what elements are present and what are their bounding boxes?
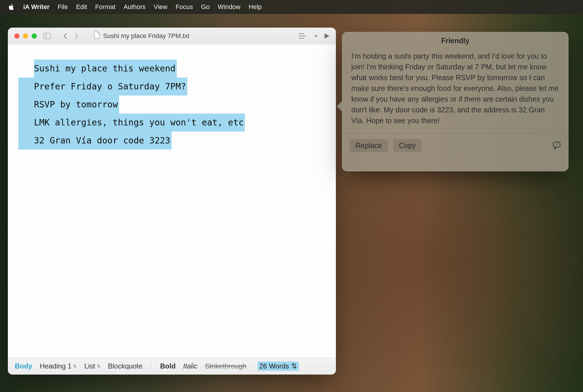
- word-count-label: 26 Words: [259, 362, 289, 370]
- menubar-file[interactable]: File: [57, 3, 68, 11]
- macos-menubar: iA Writer File Edit Format Authors View …: [0, 0, 583, 14]
- window-close-button[interactable]: [14, 33, 19, 39]
- format-strikethrough-button[interactable]: Strikethrough: [205, 362, 246, 370]
- word-count-button[interactable]: 26 Words ⇅: [258, 362, 299, 371]
- document-line: LMK allergies, things you won't eat, etc: [18, 114, 245, 132]
- updown-icon: ⇅: [291, 362, 297, 370]
- format-heading-label: Heading 1: [40, 362, 71, 370]
- popover-pointer: [337, 100, 343, 112]
- menubar-focus[interactable]: Focus: [176, 3, 193, 11]
- editor-window: Sushi my place Friday 7PM.txt ▼ Sushi my…: [8, 28, 336, 375]
- chevron-down-icon[interactable]: ▼: [314, 34, 318, 38]
- replace-button[interactable]: Replace: [350, 139, 388, 152]
- menubar-go[interactable]: Go: [201, 3, 210, 11]
- popover-body-text: I'm hosting a sushi party this weekend, …: [342, 48, 568, 126]
- document-line: RSVP by tomorrow: [18, 96, 119, 114]
- format-italic-button[interactable]: Italic: [183, 362, 197, 370]
- menubar-help[interactable]: Help: [249, 3, 262, 11]
- window-titlebar[interactable]: Sushi my place Friday 7PM.txt ▼: [8, 28, 336, 45]
- format-list-label: List: [84, 362, 95, 370]
- apple-menu-icon[interactable]: [8, 3, 15, 10]
- outline-icon[interactable]: [299, 33, 307, 39]
- svg-marker-5: [325, 33, 329, 39]
- format-list-select[interactable]: List ⇅: [84, 362, 100, 370]
- editor-status-bar: Body Heading 1 ⇅ List ⇅ Blockquote Bold …: [8, 357, 336, 375]
- document-line: Prefer Friday o Saturday 7PM?: [18, 78, 187, 96]
- feedback-icon[interactable]: [552, 141, 561, 151]
- document-filename: Sushi my place Friday 7PM.txt: [103, 32, 189, 40]
- format-bold-button[interactable]: Bold: [160, 362, 176, 370]
- menubar-format[interactable]: Format: [95, 3, 116, 11]
- updown-icon: ⇅: [73, 364, 77, 368]
- nav-forward-icon[interactable]: [74, 33, 79, 39]
- copy-button[interactable]: Copy: [393, 139, 422, 152]
- editor-text-area[interactable]: Sushi my place this weekend Prefer Frida…: [8, 44, 336, 358]
- svg-point-7: [556, 144, 557, 145]
- sidebar-toggle-icon[interactable]: [43, 33, 51, 39]
- format-heading-select[interactable]: Heading 1 ⇅: [40, 362, 77, 370]
- window-minimize-button[interactable]: [23, 33, 28, 39]
- window-zoom-button[interactable]: [32, 33, 37, 39]
- updown-icon: ⇅: [97, 364, 100, 368]
- menubar-app-name[interactable]: iA Writer: [23, 3, 49, 11]
- format-blockquote-button[interactable]: Blockquote: [108, 362, 143, 370]
- menubar-window[interactable]: Window: [218, 3, 240, 11]
- nav-back-icon[interactable]: [63, 33, 68, 39]
- document-line: Sushi my place this weekend: [34, 60, 177, 78]
- status-divider: [151, 361, 152, 371]
- menubar-edit[interactable]: Edit: [76, 3, 87, 11]
- assistant-popover: Friendly I'm hosting a sushi party this …: [342, 32, 568, 171]
- document-line: 32 Gran Vía door code 3223: [18, 132, 172, 150]
- menubar-view[interactable]: View: [154, 3, 167, 11]
- popover-title: Friendly: [342, 32, 568, 48]
- document-icon: [94, 31, 100, 41]
- format-body-button[interactable]: Body: [15, 362, 32, 370]
- svg-rect-0: [44, 33, 51, 39]
- play-icon[interactable]: [324, 33, 330, 39]
- menubar-authors[interactable]: Authors: [124, 3, 146, 11]
- document-title-group[interactable]: Sushi my place Friday 7PM.txt: [94, 31, 189, 41]
- window-traffic-lights: [14, 33, 37, 39]
